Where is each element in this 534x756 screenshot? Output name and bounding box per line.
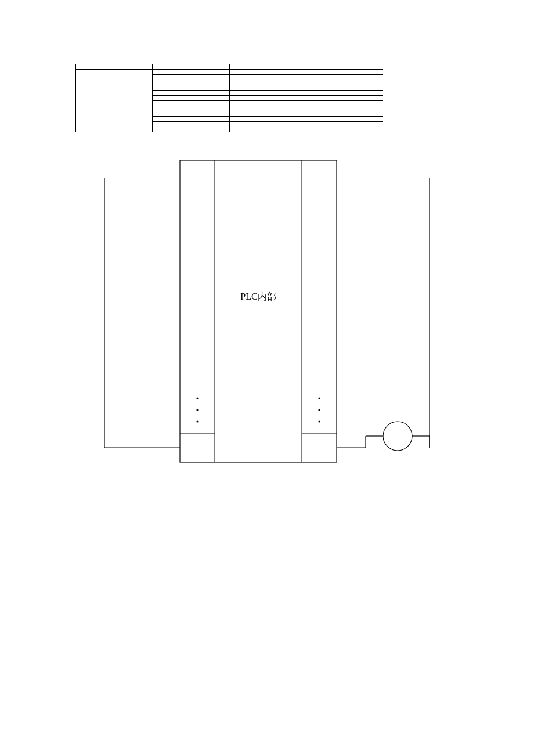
- cell-category-output: [76, 106, 153, 132]
- plc-center-label-1: PLC内部: [240, 291, 276, 301]
- plc-box: [180, 160, 337, 462]
- cell-comp: [153, 70, 229, 75]
- cell-func: [306, 122, 383, 127]
- cell-func: [306, 117, 383, 122]
- svg-point-2: [196, 397, 198, 399]
- cell-func: [306, 75, 383, 80]
- cell-plc: [229, 106, 306, 111]
- cell-comp: [153, 122, 229, 127]
- cell-plc: [229, 75, 306, 80]
- table-header-row: [76, 64, 383, 70]
- cell-comp: [153, 106, 229, 111]
- table-row: [76, 106, 383, 111]
- cell-plc: [229, 80, 306, 85]
- cell-func: [306, 91, 383, 96]
- cell-plc: [229, 85, 306, 91]
- cell-func: [306, 96, 383, 101]
- page: PLC内部: [0, 0, 534, 527]
- cell-comp: [153, 91, 229, 96]
- svg-point-3: [196, 409, 198, 411]
- cell-plc: [229, 70, 306, 75]
- supply-circle-icon: [383, 422, 412, 451]
- cell-comp: [153, 127, 229, 132]
- cell-func: [306, 111, 383, 117]
- cell-comp: [153, 80, 229, 85]
- cell-func: [306, 85, 383, 91]
- th-plc: [229, 64, 306, 70]
- cell-comp: [153, 75, 229, 80]
- wiring-svg: PLC内部: [81, 149, 453, 474]
- cell-func: [306, 106, 383, 111]
- svg-point-4: [196, 420, 198, 422]
- cell-plc: [229, 127, 306, 132]
- th-component: [153, 64, 229, 70]
- cell-comp: [153, 111, 229, 117]
- cell-func: [306, 70, 383, 75]
- io-allocation-table: [75, 64, 383, 132]
- power-supply-24v: [337, 422, 430, 451]
- cell-comp: [153, 101, 229, 106]
- svg-point-6: [318, 409, 320, 411]
- cell-plc: [229, 101, 306, 106]
- cell-comp: [153, 117, 229, 122]
- cell-func: [306, 127, 383, 132]
- table-row: [76, 70, 383, 75]
- cell-func: [306, 80, 383, 85]
- cell-plc: [229, 96, 306, 101]
- cell-plc: [229, 91, 306, 96]
- cell-category-input: [76, 70, 153, 106]
- cell-plc: [229, 122, 306, 127]
- cell-comp: [153, 85, 229, 91]
- io-wiring-diagram: PLC内部: [81, 149, 453, 476]
- th-category: [76, 64, 153, 70]
- th-function: [306, 64, 383, 70]
- svg-point-7: [318, 420, 320, 422]
- svg-point-5: [318, 397, 320, 399]
- cell-plc: [229, 111, 306, 117]
- cell-comp: [153, 96, 229, 101]
- cell-plc: [229, 117, 306, 122]
- cell-func: [306, 101, 383, 106]
